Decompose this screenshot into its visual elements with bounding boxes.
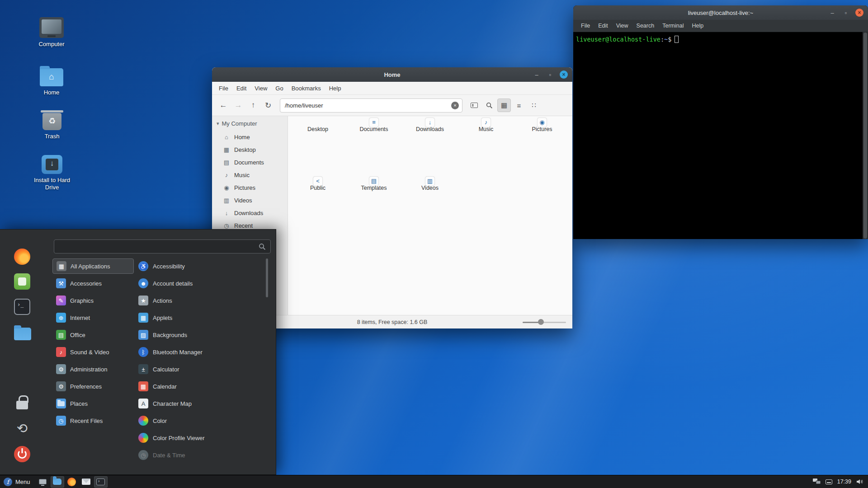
software-center-favorite-button[interactable] — [14, 273, 30, 290]
category-recent-files[interactable]: ◷Recent Files — [52, 413, 134, 428]
terminal-menu-search[interactable]: Search — [632, 21, 659, 30]
menu-button[interactable]: f Menu — [0, 475, 36, 488]
category-preferences[interactable]: ⚙Preferences — [52, 379, 134, 394]
terminal-favorite-button[interactable] — [14, 299, 30, 315]
search-button[interactable] — [482, 99, 496, 112]
app-item-color-profile-viewer[interactable]: Color Profile Viewer — [136, 430, 260, 446]
category-office[interactable]: ▤Office — [52, 327, 134, 343]
folder-item-documents[interactable]: ≡ Documents — [348, 122, 400, 132]
clock[interactable]: 17:39 — [837, 479, 851, 485]
terminal-menu-view[interactable]: View — [612, 21, 632, 30]
mail-launcher[interactable] — [80, 476, 93, 488]
desktop-icon-trash[interactable]: Trash — [27, 110, 77, 140]
firefox-launcher[interactable] — [65, 476, 79, 488]
file-manager-close-button[interactable]: × — [560, 70, 568, 79]
desktop-icon-installer[interactable]: Install to Hard Drive — [27, 154, 77, 191]
category-all-applications[interactable]: ▦All Applications — [52, 258, 134, 274]
folder-item-pictures[interactable]: ◉ Pictures — [516, 122, 568, 132]
terminal-menu-terminal[interactable]: Terminal — [658, 21, 688, 30]
fm-menu-file[interactable]: File — [215, 85, 232, 92]
app-item-backgrounds[interactable]: ▨Backgrounds — [136, 327, 260, 343]
app-item-character-map[interactable]: ACharacter Map — [136, 396, 260, 411]
videos-icon: ▥ — [223, 197, 230, 204]
file-manager-content[interactable]: Desktop ≡ Documents ↓ Downloads ♪ Music … — [288, 116, 572, 315]
zoom-slider[interactable] — [523, 319, 566, 325]
fm-menu-bookmarks[interactable]: Bookmarks — [288, 85, 325, 92]
zoom-slider-handle[interactable] — [538, 319, 544, 325]
terminal-maximize-button[interactable]: ▫ — [842, 9, 850, 17]
app-item-actions[interactable]: ★Actions — [136, 293, 260, 308]
menu-search-input[interactable] — [54, 239, 271, 253]
forward-button[interactable]: → — [231, 98, 245, 113]
category-graphics[interactable]: ✎Graphics — [52, 293, 134, 308]
zoom-slider-fill — [523, 322, 540, 323]
category-sound-video[interactable]: ♪Sound & Video — [52, 344, 134, 360]
fm-menu-help[interactable]: Help — [325, 85, 345, 92]
sidebar-item-home[interactable]: ⌂Home — [212, 131, 288, 143]
file-manager-titlebar[interactable]: Home – ▫ × — [212, 67, 572, 82]
category-accessories[interactable]: ⚒Accessories — [52, 276, 134, 291]
app-item-accessibility[interactable]: ♿Accessibility — [136, 258, 260, 274]
files-launcher[interactable] — [51, 476, 64, 488]
app-item-bluetooth-manager[interactable]: ᛒBluetooth Manager — [136, 344, 260, 360]
compact-view-button[interactable]: ∷ — [527, 99, 541, 112]
shutdown-button[interactable] — [14, 446, 30, 462]
terminal-minimize-button[interactable]: – — [828, 9, 836, 17]
app-item-date-time[interactable]: ◷Date & Time — [136, 447, 260, 463]
app-item-applets[interactable]: ▦Applets — [136, 310, 260, 325]
folder-item-templates[interactable]: ▤ Templates — [348, 181, 400, 191]
app-item-calculator[interactable]: ±Calculator — [136, 361, 260, 377]
sidebar-section-my-computer[interactable]: ▾ My Computer — [212, 118, 288, 131]
sidebar-item-downloads[interactable]: ↓Downloads — [212, 206, 288, 219]
network-icon[interactable] — [813, 479, 821, 485]
terminal-launcher[interactable] — [94, 476, 108, 488]
terminal-close-button[interactable]: × — [855, 9, 863, 17]
folder-item-music[interactable]: ♪ Music — [460, 122, 512, 132]
fm-menu-go[interactable]: Go — [271, 85, 287, 92]
firefox-favorite-button[interactable] — [14, 249, 30, 265]
sidebar-item-pictures[interactable]: ◉Pictures — [212, 181, 288, 194]
category-administration[interactable]: ⚙Administration — [52, 361, 134, 377]
folder-item-public[interactable]: < Public — [292, 181, 344, 191]
toggle-location-entry-button[interactable] — [467, 99, 481, 112]
back-button[interactable]: ← — [217, 98, 230, 113]
terminal-output[interactable]: liveuser@localhost-live:~$ — [573, 32, 863, 239]
fm-menu-edit[interactable]: Edit — [232, 85, 250, 92]
up-button[interactable]: ↑ — [246, 98, 260, 113]
show-desktop-button[interactable] — [36, 476, 50, 488]
menu-scrollbar[interactable] — [266, 258, 268, 297]
list-view-button[interactable]: ≡ — [512, 99, 526, 112]
sidebar-item-videos[interactable]: ▥Videos — [212, 194, 288, 206]
app-item-calendar[interactable]: ▦Calendar — [136, 379, 260, 394]
category-internet[interactable]: ⊕Internet — [52, 310, 134, 325]
folder-item-videos[interactable]: ▥ Videos — [404, 181, 456, 191]
terminal-scrollbar[interactable] — [863, 32, 868, 239]
app-item-color[interactable]: Color — [136, 413, 260, 428]
app-item-account-details[interactable]: ☻Account details — [136, 276, 260, 291]
file-manager-menubar: File Edit View Go Bookmarks Help — [212, 82, 572, 95]
fm-menu-view[interactable]: View — [250, 85, 271, 92]
file-manager-minimize-button[interactable]: – — [533, 70, 541, 79]
category-places[interactable]: Places — [52, 396, 134, 411]
sidebar-item-desktop[interactable]: ▦Desktop — [212, 143, 288, 156]
grid-view-button[interactable]: ▦ — [497, 99, 511, 112]
desktop-icon-home[interactable]: ⌂ Home — [27, 66, 76, 96]
refresh-button[interactable]: ↻ — [261, 98, 275, 113]
clear-location-icon[interactable]: × — [451, 102, 459, 109]
terminal-menu-help[interactable]: Help — [688, 21, 708, 30]
folder-item-downloads[interactable]: ↓ Downloads — [404, 122, 456, 132]
terminal-menu-file[interactable]: File — [577, 21, 594, 30]
location-bar[interactable]: /home/liveuser × — [280, 99, 462, 113]
lock-screen-button[interactable] — [14, 395, 30, 411]
sidebar-item-music[interactable]: ♪Music — [212, 169, 288, 181]
volume-icon[interactable] — [856, 478, 863, 485]
file-manager-maximize-button[interactable]: ▫ — [546, 70, 554, 79]
sidebar-item-documents[interactable]: ▤Documents — [212, 156, 288, 169]
terminal-titlebar[interactable]: liveuser@localhost-live:~ – ▫ × — [573, 5, 868, 20]
folder-item-desktop[interactable]: Desktop — [292, 122, 344, 132]
logout-button[interactable]: ⟲ — [14, 420, 30, 436]
desktop-icon-computer[interactable]: Computer — [27, 17, 76, 48]
keyboard-layout-icon[interactable] — [826, 479, 832, 484]
terminal-menu-edit[interactable]: Edit — [594, 21, 612, 30]
files-favorite-button[interactable] — [14, 328, 31, 340]
